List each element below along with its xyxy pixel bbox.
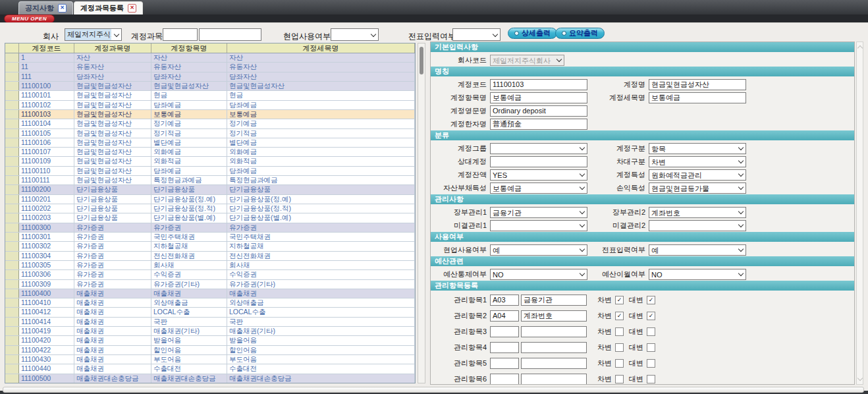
- row-gutter[interactable]: [5, 261, 19, 269]
- row-gutter[interactable]: [5, 280, 19, 289]
- grid-header-subject[interactable]: 계정과목명: [74, 43, 151, 53]
- item-code-input[interactable]: [490, 326, 519, 337]
- row-gutter[interactable]: [5, 91, 19, 99]
- table-row[interactable]: 11100302유가증권지하철공채지하철공채: [5, 242, 415, 251]
- field-select[interactable]: 항목: [649, 143, 746, 154]
- row-gutter[interactable]: [5, 63, 19, 71]
- row-gutter[interactable]: [5, 355, 19, 364]
- debit-checkbox[interactable]: [615, 343, 624, 352]
- row-gutter[interactable]: [5, 119, 19, 128]
- row-gutter[interactable]: [5, 252, 19, 260]
- table-row[interactable]: 11100201단기금융상품단기금융상품(정.예)단기금융상품(정.예): [5, 195, 415, 204]
- table-row[interactable]: 11100306유가증권수익증권수익증권: [5, 270, 415, 279]
- table-row[interactable]: 11100106현금및현금성자산별단예금별단예금: [5, 138, 415, 148]
- table-row[interactable]: 11100419매출채권매출채권(기타)매출채권(기타): [5, 327, 415, 336]
- credit-checkbox[interactable]: [647, 327, 655, 336]
- row-gutter[interactable]: [5, 138, 19, 147]
- item-name-input[interactable]: [521, 358, 587, 369]
- item-code-input[interactable]: [490, 310, 519, 322]
- chevron-down-icon[interactable]: [577, 170, 587, 180]
- field-select[interactable]: 보통예금: [490, 183, 587, 194]
- table-row[interactable]: 11100200단기금융상품단기금융상품단기금융상품: [5, 185, 415, 194]
- table-row[interactable]: 1자산자산자산: [5, 53, 415, 63]
- field-select[interactable]: 현금및현금등가물: [649, 183, 746, 194]
- chevron-down-icon[interactable]: [554, 55, 564, 65]
- item-code-input[interactable]: [490, 358, 519, 369]
- table-row[interactable]: 11100301유가증권국민주택채권국민주택채권: [5, 233, 415, 242]
- debit-checkbox[interactable]: [615, 327, 624, 336]
- chevron-down-icon[interactable]: [368, 29, 378, 40]
- table-row[interactable]: 11100412매출채권LOCAL수출LOCAL수출: [5, 308, 415, 317]
- debit-checkbox[interactable]: [615, 375, 624, 383]
- field-select[interactable]: 계좌번호: [649, 207, 746, 218]
- chevron-down-icon[interactable]: [736, 245, 746, 255]
- row-gutter[interactable]: [5, 157, 19, 165]
- field-select[interactable]: YES: [490, 169, 587, 181]
- tab-account-registration[interactable]: 계정과목등록 ✕: [74, 1, 143, 14]
- field-use-select[interactable]: [331, 28, 379, 41]
- chevron-down-icon[interactable]: [111, 29, 121, 40]
- field-input[interactable]: [490, 105, 587, 117]
- item-name-input[interactable]: [521, 374, 587, 385]
- table-row[interactable]: 11100420매출채권받을어음받을어음: [5, 336, 415, 345]
- debit-checkbox[interactable]: [615, 359, 624, 368]
- summary-print-button[interactable]: 요약출력: [555, 28, 605, 39]
- chevron-down-icon[interactable]: [577, 269, 587, 279]
- row-gutter[interactable]: [5, 336, 19, 345]
- table-row[interactable]: 11100414매출채권국판국판: [5, 318, 415, 327]
- chevron-down-icon[interactable]: [857, 376, 863, 381]
- row-gutter[interactable]: [5, 148, 19, 156]
- row-gutter[interactable]: [5, 327, 19, 335]
- item-code-input[interactable]: [490, 295, 519, 306]
- close-icon[interactable]: ✕: [58, 4, 67, 13]
- chevron-down-icon[interactable]: [736, 144, 746, 154]
- chevron-down-icon[interactable]: [577, 208, 587, 217]
- chevron-down-icon[interactable]: [577, 245, 587, 255]
- row-gutter[interactable]: [5, 167, 19, 175]
- field-select[interactable]: [490, 143, 587, 154]
- table-row[interactable]: 11100309유가증권유가증권(기타)유가증권(기타): [5, 280, 415, 289]
- row-gutter[interactable]: [5, 318, 19, 326]
- item-name-input[interactable]: [521, 342, 587, 353]
- voucher-entry-select[interactable]: [452, 28, 501, 41]
- close-icon[interactable]: ✕: [128, 4, 136, 13]
- field-input[interactable]: [490, 92, 587, 103]
- row-gutter[interactable]: [5, 72, 19, 81]
- credit-checkbox[interactable]: ✓: [647, 312, 655, 320]
- chevron-down-icon[interactable]: [736, 170, 746, 180]
- table-row[interactable]: 11100111현금및현금성자산특정현금과예금특정현금과예금: [5, 176, 415, 185]
- row-gutter[interactable]: [5, 289, 19, 298]
- row-gutter[interactable]: [5, 308, 19, 316]
- table-row[interactable]: 11100102현금및현금성자산당좌예금당좌예금: [5, 101, 415, 110]
- row-gutter[interactable]: [5, 185, 19, 194]
- table-row[interactable]: 11100400매출채권매출채권매출채권: [5, 289, 415, 298]
- credit-checkbox[interactable]: [647, 375, 655, 383]
- field-select[interactable]: [490, 220, 587, 231]
- field-select[interactable]: 차변: [649, 156, 746, 167]
- credit-checkbox[interactable]: [647, 343, 655, 352]
- row-gutter[interactable]: [5, 242, 19, 250]
- table-row[interactable]: 11100103현금및현금성자산보통예금보통예금: [5, 110, 415, 119]
- credit-checkbox[interactable]: [647, 359, 655, 368]
- row-gutter[interactable]: [5, 346, 19, 354]
- row-gutter[interactable]: [5, 374, 19, 383]
- row-gutter[interactable]: [5, 53, 19, 62]
- credit-checkbox[interactable]: ✓: [647, 296, 655, 304]
- row-gutter[interactable]: [5, 110, 19, 119]
- chevron-up-icon[interactable]: [857, 45, 863, 51]
- chevron-down-icon[interactable]: [736, 221, 746, 231]
- row-gutter[interactable]: [5, 233, 19, 241]
- account-code-input[interactable]: [163, 28, 198, 41]
- table-row[interactable]: 11100110현금및현금성자산당좌예금당좌예금: [5, 167, 415, 176]
- table-row[interactable]: 11100304유가증권전신전화채권전신전화채권: [5, 252, 415, 261]
- field-input[interactable]: [649, 79, 746, 90]
- field-select[interactable]: 예: [490, 244, 587, 256]
- item-code-input[interactable]: [490, 342, 519, 353]
- row-gutter[interactable]: [5, 364, 19, 373]
- row-gutter[interactable]: [5, 129, 19, 138]
- table-row[interactable]: 11100430매출채권부도어음부도어음: [5, 355, 415, 364]
- item-name-input[interactable]: [521, 295, 587, 306]
- item-name-input[interactable]: [521, 310, 587, 322]
- panel-scrollbar[interactable]: [856, 42, 863, 385]
- debit-checkbox[interactable]: ✓: [615, 296, 624, 304]
